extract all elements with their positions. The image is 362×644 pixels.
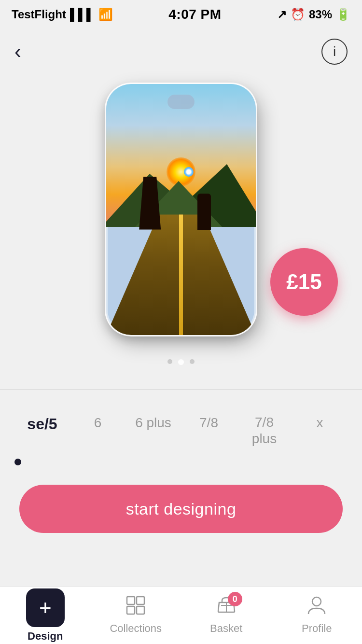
status-bar-left: TestFlight ▌▌▌ 📶 <box>12 8 113 21</box>
model-selector: se/5 6 6 plus 7/8 7/8plus x <box>0 400 362 451</box>
phone-case <box>106 84 256 335</box>
selection-indicator <box>0 451 362 470</box>
profile-icon <box>307 596 326 619</box>
model-x[interactable]: x <box>292 409 348 436</box>
divider <box>0 389 362 390</box>
tab-basket[interactable]: 0 Basket <box>181 587 272 644</box>
dot-3 <box>190 359 195 364</box>
phone-case-inner <box>106 84 256 335</box>
model-78plus[interactable]: 7/8plus <box>237 409 292 451</box>
dot-1 <box>167 359 172 364</box>
app-name: TestFlight <box>12 8 66 21</box>
cta-section: start designing <box>0 470 362 552</box>
figure-right <box>197 194 211 230</box>
camera-notch <box>167 95 195 109</box>
location-icon: ↗ <box>277 8 287 21</box>
tab-profile[interactable]: Profile <box>272 587 362 644</box>
figures <box>106 157 256 230</box>
phone-case-wrapper <box>106 84 256 335</box>
svg-rect-2 <box>127 606 135 614</box>
model-se5[interactable]: se/5 <box>14 409 70 439</box>
alarm-icon: ⏰ <box>291 8 305 21</box>
tab-design-label: Design <box>28 630 63 643</box>
price-badge: £15 <box>270 248 338 316</box>
back-button[interactable]: ‹ <box>14 42 21 62</box>
svg-rect-3 <box>137 606 144 614</box>
svg-rect-0 <box>127 597 135 604</box>
battery-label: 83% <box>309 8 332 21</box>
dots-indicator <box>0 354 362 379</box>
figure-left <box>139 177 161 230</box>
tab-design[interactable]: + Design <box>0 587 91 644</box>
status-bar-time: 4:07 PM <box>168 7 221 22</box>
product-area: £15 <box>0 74 362 354</box>
top-nav: ‹ i <box>0 29 362 74</box>
tab-collections-label: Collections <box>110 622 162 635</box>
tab-basket-label: Basket <box>210 622 242 635</box>
wifi-icon: 📶 <box>98 8 113 21</box>
case-photo <box>106 84 256 335</box>
start-designing-button[interactable]: start designing <box>19 485 343 533</box>
tab-collections[interactable]: Collections <box>91 587 181 644</box>
status-bar-right: ↗ ⏰ 83% 🔋 <box>277 8 350 21</box>
selection-dot <box>14 459 21 465</box>
info-button[interactable]: i <box>321 39 348 65</box>
dot-2-active <box>178 359 184 365</box>
design-plus-icon: + <box>26 588 65 627</box>
tab-profile-label: Profile <box>302 622 332 635</box>
model-78[interactable]: 7/8 <box>181 409 237 436</box>
status-bar: TestFlight ▌▌▌ 📶 4:07 PM ↗ ⏰ 83% 🔋 <box>0 0 362 29</box>
model-6plus[interactable]: 6 plus <box>125 409 181 436</box>
road-center-line <box>179 214 183 335</box>
svg-point-6 <box>312 597 321 606</box>
tab-bar: + Design Collections 0 <box>0 586 362 644</box>
svg-rect-1 <box>137 597 144 604</box>
signal-icon: ▌▌▌ <box>70 8 95 21</box>
model-6[interactable]: 6 <box>70 409 125 436</box>
basket-badge: 0 <box>228 592 242 606</box>
collections-icon <box>126 596 145 619</box>
battery-icon: 🔋 <box>336 8 350 21</box>
basket-icon-wrap: 0 <box>216 596 237 619</box>
